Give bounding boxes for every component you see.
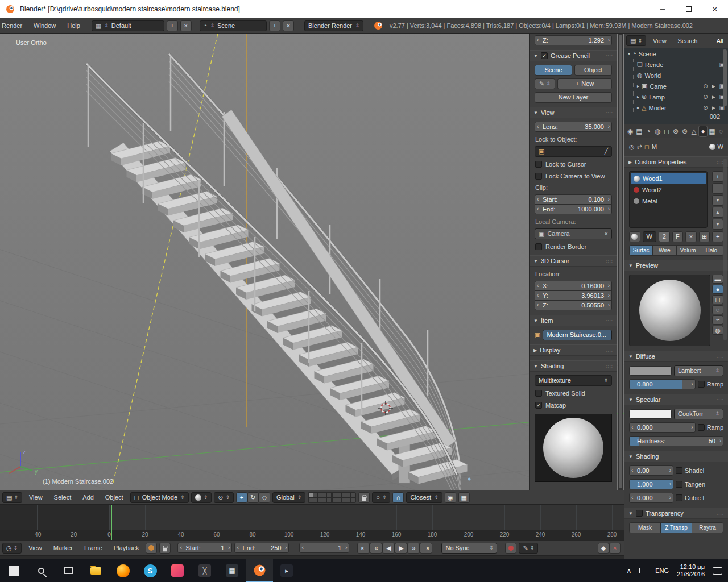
emit-field[interactable]: 0.00	[629, 465, 673, 476]
material-slot-list[interactable]: Wood1 Wood2 Metal	[629, 171, 708, 228]
diffuse-ramp-checkbox[interactable]	[698, 381, 705, 388]
lock-time-button[interactable]	[159, 543, 171, 554]
opengl-render-anim-button[interactable]: ▦	[458, 492, 470, 503]
render-engine-selector[interactable]: Blender Render ⇕	[304, 20, 363, 31]
preview-flat-button[interactable]: ▬	[712, 275, 723, 284]
navigate-icon[interactable]: ⇄	[637, 144, 642, 150]
specular-ramp-checkbox[interactable]	[698, 424, 705, 431]
view-panel-header[interactable]: ▼ View ::::	[530, 107, 617, 118]
material-slot-wood1[interactable]: Wood1	[631, 173, 706, 184]
tray-chevron-icon[interactable]: ∧	[626, 567, 631, 575]
clear-icon[interactable]: ×	[605, 231, 608, 237]
blender-taskbar-button[interactable]	[246, 559, 273, 582]
lock-object-field[interactable]: ▣ ╱	[535, 146, 612, 157]
specular-intensity-slider[interactable]: 0.000	[629, 422, 696, 433]
3d-cursor-panel-header[interactable]: ▼ 3D Cursor ::::	[530, 255, 617, 267]
tab-material-icon[interactable]: ●	[698, 126, 708, 137]
gp-draw-mode-button[interactable]: ✎⇕	[535, 78, 555, 89]
visibility-eye-icon[interactable]: ⊙	[703, 83, 708, 89]
taskbar-clock[interactable]: 12:10 μμ 21/8/2016	[677, 563, 705, 578]
jump-to-start-button[interactable]: ⇤	[357, 543, 370, 554]
current-frame-field[interactable]: 1	[299, 543, 349, 553]
cursor-x-field[interactable]: X:0.16000	[535, 281, 612, 291]
outliner-item-world[interactable]: ◍ World	[634, 70, 728, 81]
type-halo-button[interactable]: Halo	[700, 245, 723, 256]
tab-render-layers-icon[interactable]: ▤	[635, 126, 644, 137]
network-icon[interactable]	[639, 568, 647, 573]
window-titlebar[interactable]: Blender* [D:\gdrive\turbosquid\modern st…	[0, 0, 728, 18]
add-scene-button[interactable]: +	[269, 20, 280, 31]
visibility-eye-icon[interactable]: ⊙	[703, 94, 708, 100]
timeline-menu-view[interactable]: View	[24, 544, 47, 551]
calculator-button[interactable]: ▦	[218, 559, 246, 582]
outliner-item-lamp[interactable]: ▸ ⊚ Lamp ⊙►▣	[634, 92, 728, 102]
delete-scene-button[interactable]: ×	[283, 20, 294, 31]
panel-drag-dots[interactable]: ::::	[606, 259, 613, 264]
lock-to-scene-button[interactable]	[358, 492, 370, 503]
play-button[interactable]: ▶	[395, 543, 407, 554]
fake-user-button[interactable]: F	[672, 231, 684, 242]
start-button[interactable]	[0, 559, 27, 582]
menu-render[interactable]: Render	[0, 22, 27, 29]
transparency-panel-header[interactable]: ▼ Transparency ::::	[624, 508, 728, 519]
task-view-button[interactable]	[55, 559, 82, 582]
material-users-button[interactable]: 2	[659, 231, 670, 242]
outliner-scrollbar[interactable]	[723, 49, 727, 106]
gp-source-scene-tab[interactable]: Scene	[535, 65, 572, 76]
specular-color-swatch[interactable]	[629, 409, 672, 419]
taskbar-search-button[interactable]	[27, 559, 55, 582]
material-slot-wood2[interactable]: Wood2	[631, 184, 706, 196]
outliner-item-scene[interactable]: ▾ ◔ Scene	[624, 48, 728, 59]
mode-dropdown[interactable]: ◻ Object Mode ⇕	[130, 492, 189, 503]
move-slot-down-button[interactable]: ▼	[712, 219, 723, 230]
diffuse-intensity-slider[interactable]: 0.800	[629, 379, 696, 389]
pivot-point-dropdown[interactable]: ⊙⇕	[214, 492, 234, 503]
unlink-material-button[interactable]: ×	[685, 231, 697, 242]
matcap-checkbox[interactable]: ✓	[535, 402, 542, 409]
specular-shader-dropdown[interactable]: CookTorr⇕	[674, 409, 723, 419]
shadeless-checkbox[interactable]	[676, 467, 682, 474]
panel-drag-dots[interactable]: ::::	[717, 511, 724, 516]
tab-constraints-icon[interactable]: ⊗	[671, 126, 680, 137]
cursor-z-field[interactable]: Z:0.50550	[535, 300, 612, 310]
disclosure-triangle-icon[interactable]: ▸	[637, 105, 639, 110]
display-panel-header[interactable]: ▶ Display ::::	[530, 344, 617, 356]
type-volume-button[interactable]: Volum	[676, 245, 700, 256]
scene-selector[interactable]: ◔ ⇕ Scene	[200, 20, 267, 31]
firefox-button[interactable]	[109, 559, 136, 582]
transform-z-field[interactable]: Z:1.292	[535, 35, 612, 45]
tab-scene-icon[interactable]: ◔	[644, 126, 653, 137]
panel-drag-dots[interactable]: ::::	[717, 454, 724, 459]
tab-data-icon[interactable]: △	[689, 126, 698, 137]
opengl-render-image-button[interactable]: ◉	[445, 492, 456, 503]
outliner-item-model[interactable]: ▸ △ Moder ⊙►▣	[634, 102, 728, 113]
new-material-button[interactable]: +	[712, 231, 723, 242]
disclosure-triangle-icon[interactable]: ▾	[628, 51, 630, 56]
material-name-field[interactable]: W	[643, 231, 656, 242]
previous-keyframe-button[interactable]: «	[370, 543, 382, 554]
viewport-shading-dropdown[interactable]: ⇕	[191, 492, 212, 503]
local-camera-field[interactable]: ▣ Camera ×	[535, 228, 612, 239]
timeline-track[interactable]: -40-20 020 4060 80100 120140 160180 2002…	[0, 505, 624, 540]
transparency-mask-button[interactable]: Mask	[629, 522, 661, 533]
preview-cube-button[interactable]: ◻	[712, 295, 723, 304]
delete-layout-button[interactable]: ×	[180, 20, 192, 31]
tab-texture-icon[interactable]: ▦	[708, 126, 717, 137]
clip-start-field[interactable]: Start:0.100	[535, 194, 612, 205]
preview-monkey-button[interactable]: ◌	[712, 305, 723, 314]
cubic-checkbox[interactable]	[676, 494, 682, 501]
outliner-menu-view[interactable]: View	[648, 38, 671, 44]
slot-specials-button[interactable]: ▾	[712, 195, 723, 206]
frame-end-field[interactable]: End:250	[234, 543, 289, 553]
timeline-menu-frame[interactable]: Frame	[80, 544, 107, 551]
lens-field[interactable]: Lens:35.000	[535, 122, 612, 132]
panel-drag-dots[interactable]: ::::	[606, 53, 613, 59]
play-reverse-button[interactable]: ◀	[382, 543, 395, 554]
timeline-menu-marker[interactable]: Marker	[49, 544, 77, 551]
outliner-editor-type-button[interactable]: ▤⇕	[626, 35, 646, 46]
grease-pencil-checkbox[interactable]: ✓	[541, 52, 548, 59]
layers-widget[interactable]	[308, 492, 356, 503]
preview-range-button[interactable]	[146, 543, 157, 554]
type-wire-button[interactable]: Wire	[652, 245, 676, 256]
lock-camera-to-view-checkbox[interactable]	[535, 173, 542, 180]
